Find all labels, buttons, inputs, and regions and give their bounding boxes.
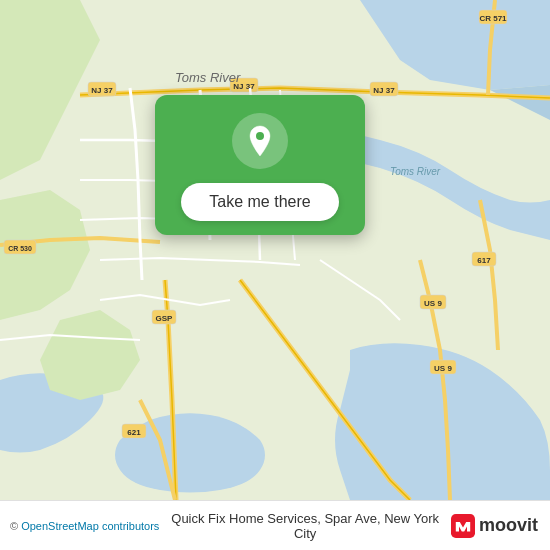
svg-text:US 9: US 9 [424, 299, 442, 308]
svg-text:CR 571: CR 571 [479, 14, 507, 23]
svg-rect-24 [451, 514, 475, 538]
moovit-logo: moovit [451, 514, 538, 538]
svg-text:US 9: US 9 [434, 364, 452, 373]
svg-text:NJ 37: NJ 37 [91, 86, 113, 95]
svg-text:GSP: GSP [156, 314, 174, 323]
location-popup: Take me there [155, 95, 365, 235]
svg-text:Toms River: Toms River [175, 70, 241, 85]
bottom-bar: © OpenStreetMap contributors Quick Fix H… [0, 500, 550, 550]
take-me-there-button[interactable]: Take me there [181, 183, 338, 221]
svg-text:621: 621 [127, 428, 141, 437]
pin-icon-container [232, 113, 288, 169]
osm-link[interactable]: OpenStreetMap contributors [21, 520, 159, 532]
svg-text:CR 530: CR 530 [8, 245, 32, 252]
map-background: NJ 37 NJ 37 NJ 37 GSP US 9 US 9 CR 530 6… [0, 0, 550, 500]
svg-point-23 [256, 132, 264, 140]
osm-prefix: © [10, 520, 21, 532]
moovit-icon [451, 514, 475, 538]
osm-credit: © OpenStreetMap contributors [10, 520, 159, 532]
svg-text:Toms River: Toms River [390, 166, 441, 177]
location-pin-icon [242, 123, 278, 159]
svg-text:617: 617 [477, 256, 491, 265]
location-label: Quick Fix Home Services, Spar Ave, New Y… [159, 511, 451, 541]
moovit-text: moovit [479, 515, 538, 536]
svg-text:NJ 37: NJ 37 [373, 86, 395, 95]
map-container: NJ 37 NJ 37 NJ 37 GSP US 9 US 9 CR 530 6… [0, 0, 550, 500]
